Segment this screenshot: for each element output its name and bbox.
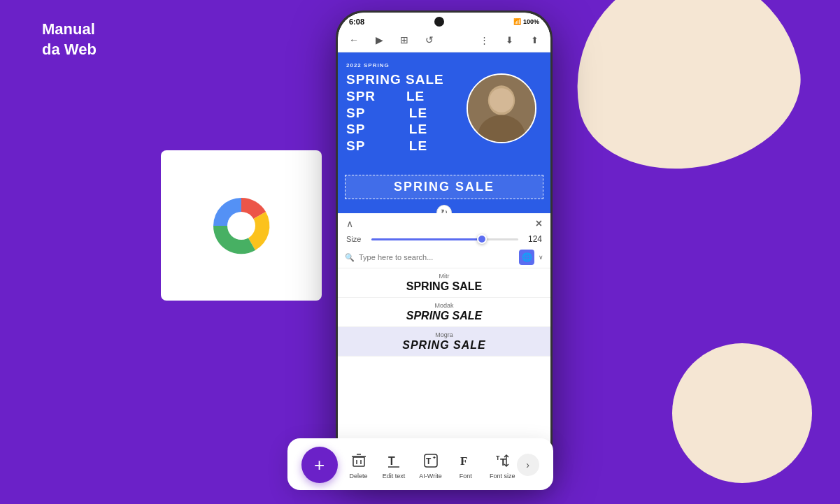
camera-notch: [434, 17, 444, 27]
panel-close-button[interactable]: ×: [536, 217, 542, 230]
canvas-label: 2022 SPRING: [346, 62, 542, 69]
font-label: Font: [460, 473, 472, 480]
logo: Manual da Web: [42, 20, 97, 59]
size-value: 124: [524, 234, 542, 244]
svg-rect-6: [353, 457, 364, 466]
status-time: 6:08: [349, 17, 364, 26]
svg-text:✦: ✦: [432, 455, 436, 460]
share-button[interactable]: ⬆: [527, 32, 542, 48]
status-icons: 📶 100%: [513, 18, 539, 25]
wifi-icon: 📶: [513, 18, 521, 25]
size-slider[interactable]: [371, 238, 518, 240]
font-action[interactable]: F Font: [456, 451, 476, 480]
svg-point-1: [232, 216, 251, 236]
font-preview-mitr: SPRING SALE: [348, 280, 541, 293]
svg-text:T: T: [388, 455, 395, 467]
delete-icon: [349, 451, 369, 470]
fab-add-button[interactable]: +: [301, 447, 338, 483]
slider-fill: [371, 238, 482, 240]
size-label: Size: [346, 235, 366, 243]
slider-thumb[interactable]: [477, 234, 487, 244]
canvas-bottom-refresh[interactable]: ↻: [436, 205, 452, 213]
font-size-action[interactable]: T T Font size: [490, 451, 515, 480]
app-toolbar: ← ▶ ⊞ ↺ ⋮ ⬇ ⬆: [338, 28, 550, 52]
svg-point-5: [490, 88, 514, 113]
edit-text-icon: T: [384, 451, 404, 470]
more-options-button[interactable]: ⋮: [476, 32, 492, 48]
back-button[interactable]: ←: [346, 32, 362, 48]
size-row: Size 124: [338, 231, 550, 247]
ai-write-action[interactable]: T ✦ AI-Write: [419, 451, 441, 480]
logo-line2: da Web: [42, 40, 97, 60]
ga-icon: [199, 184, 283, 268]
font-search-input[interactable]: [359, 253, 515, 261]
font-size-icon: T T: [492, 451, 512, 470]
play-button[interactable]: ▶: [371, 32, 387, 48]
phone-inner: 6:08 📶 100% ← ▶ ⊞ ↺ ⋮ ⬇ ⬆ 2022 SPRING SP…: [338, 13, 550, 477]
battery-icon: 100%: [523, 18, 539, 25]
font-icon: F: [456, 451, 476, 470]
search-icon: 🔍: [345, 253, 355, 262]
globe-button[interactable]: 🌐: [519, 250, 534, 265]
font-preview-mogra: SPRING SALE: [348, 339, 541, 352]
undo-button[interactable]: ↺: [422, 32, 437, 48]
dropdown-arrow[interactable]: ∨: [539, 254, 543, 261]
blob-bottom-right: [672, 343, 812, 483]
status-bar: 6:08 📶 100%: [338, 13, 550, 28]
profile-circle-photo: [467, 73, 536, 143]
font-item-mogra[interactable]: Mogra SPRING SALE: [338, 327, 550, 357]
phone-mockup: 6:08 📶 100% ← ▶ ⊞ ↺ ⋮ ⬇ ⬆ 2022 SPRING SP…: [336, 10, 553, 479]
download-button[interactable]: ⬇: [501, 32, 517, 48]
font-preview-modak: SPRING SALE: [348, 310, 541, 322]
google-icon-box: [161, 150, 322, 301]
selected-text-box[interactable]: SPRING SALE: [345, 175, 543, 199]
toolbar-actions: Delete T Edit text T ✦ AI-Write: [348, 451, 517, 480]
font-size-label: Font size: [490, 473, 515, 480]
ai-write-icon: T ✦: [421, 451, 441, 470]
blob-top-right: [559, 0, 813, 186]
delete-label: Delete: [350, 473, 368, 480]
font-name-mitr: Mitr: [348, 273, 541, 280]
logo-line1: Manual: [42, 20, 97, 40]
svg-text:F: F: [460, 454, 467, 468]
svg-text:T: T: [426, 456, 432, 466]
layers-button[interactable]: ⊞: [397, 32, 412, 48]
font-name-mogra: Mogra: [348, 331, 541, 338]
font-panel: ∧ × Size 124 🔍 🌐 ∨: [338, 213, 550, 477]
font-item-mitr[interactable]: Mitr SPRING SALE: [338, 268, 550, 298]
panel-collapse-button[interactable]: ∧: [346, 218, 353, 229]
ai-write-label: AI-Write: [419, 473, 441, 480]
design-canvas[interactable]: 2022 SPRING SPRING SALE SPR LE SP LE SP …: [338, 52, 550, 213]
edit-text-action[interactable]: T Edit text: [383, 451, 406, 480]
more-actions-button[interactable]: ›: [517, 454, 539, 476]
search-row: 🔍 🌐 ∨: [338, 247, 550, 268]
font-item-modak[interactable]: Modak SPRING SALE: [338, 298, 550, 327]
selected-text: SPRING SALE: [351, 180, 537, 194]
font-name-modak: Modak: [348, 302, 541, 309]
panel-top-bar: ∧ ×: [338, 213, 550, 231]
delete-action[interactable]: Delete: [349, 451, 369, 480]
bottom-toolbar: + Delete T Edit text: [287, 438, 553, 490]
edit-text-label: Edit text: [383, 473, 406, 480]
